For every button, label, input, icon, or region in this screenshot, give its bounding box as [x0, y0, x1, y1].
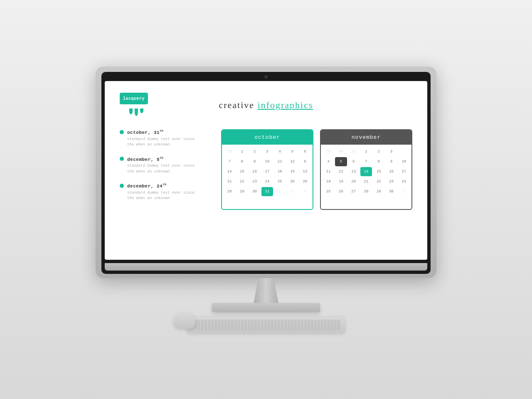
nov-cell[interactable]: 30	[335, 147, 347, 156]
nov-cell[interactable]: 19	[335, 177, 347, 186]
oct-cell[interactable]: 10	[261, 157, 273, 166]
oct-row-4: 21 22 23 24 25 26 20	[224, 177, 311, 186]
oct-cell[interactable]: 3	[261, 147, 273, 156]
scene: lacquery creative infographics	[0, 0, 532, 399]
oct-cell[interactable]: 6	[299, 147, 311, 156]
oct-cell[interactable]: 26	[286, 177, 298, 186]
logo-drips	[120, 108, 153, 116]
oct-cell-31[interactable]: 31	[261, 187, 273, 196]
oct-cell[interactable]: 14	[224, 167, 235, 176]
nov-cell[interactable]: 1	[398, 187, 410, 196]
oct-cell[interactable]: 5	[286, 147, 298, 156]
event-date-1: october, 31th	[127, 129, 164, 135]
oct-cell[interactable]: 19	[286, 167, 298, 176]
nov-cell[interactable]: 21	[360, 177, 372, 186]
nov-cell-14[interactable]: 14	[360, 167, 372, 176]
event-dot-row-3: december, 24th	[120, 183, 211, 189]
content-area: october, 31th standard dummy text ever s…	[120, 129, 412, 210]
oct-cell[interactable]: 22	[236, 177, 248, 186]
calendar-november-header: november	[321, 130, 411, 145]
oct-cell[interactable]: 8	[236, 157, 248, 166]
nov-cell[interactable]: 13	[348, 167, 360, 176]
oct-cell[interactable]: 11	[274, 157, 286, 166]
nov-cell[interactable]: 10	[398, 157, 410, 166]
nov-cell[interactable]: 29	[373, 187, 384, 196]
oct-cell[interactable]: 25	[274, 177, 286, 186]
oct-cell[interactable]: 3	[299, 187, 311, 196]
nov-cell[interactable]: 9	[385, 157, 397, 166]
oct-cell[interactable]: 16	[249, 167, 261, 176]
drip-3	[140, 108, 143, 113]
event-date-2: december, 5th	[127, 156, 164, 162]
nov-cell[interactable]: 3	[385, 147, 397, 156]
nov-cell[interactable]: 20	[348, 177, 360, 186]
event-desc-3: standard dummy text ever since the when …	[127, 190, 211, 202]
oct-cell[interactable]: 13	[299, 167, 311, 176]
nov-cell[interactable]: 18	[323, 177, 334, 186]
keyboard-keys	[191, 320, 341, 330]
nov-cell[interactable]: 11	[323, 167, 334, 176]
nov-cell[interactable]: 23	[385, 177, 397, 186]
nov-cell[interactable]: 22	[373, 177, 384, 186]
oct-cell[interactable]: 29	[236, 187, 248, 196]
oct-cell[interactable]: 7	[224, 157, 235, 166]
oct-cell[interactable]: 6	[299, 157, 311, 166]
nov-cell[interactable]: 30	[385, 187, 397, 196]
oct-cell[interactable]: 21	[224, 177, 235, 186]
event-dot-row-1: october, 31th	[120, 129, 211, 135]
nov-row-5: 25 26 27 28 29 30 1	[323, 187, 410, 196]
nov-cell[interactable]: 15	[373, 167, 384, 176]
logo-box: lacquery	[120, 93, 148, 104]
oct-cell[interactable]: 20	[299, 177, 311, 186]
oct-cell[interactable]: 24	[261, 177, 273, 186]
calendar-november-grid: 29 30 31 1 2 3 4 5	[321, 145, 411, 200]
nov-cell[interactable]: 12	[335, 167, 347, 176]
event-desc-2: standard dummy text ever since the when …	[127, 163, 211, 175]
camera	[264, 75, 268, 79]
oct-cell[interactable]: 1	[236, 147, 248, 156]
nov-cell[interactable]: 29	[323, 147, 334, 156]
oct-row-3: 14 15 16 17 18 19 13	[224, 167, 311, 176]
nov-cell[interactable]: 6	[348, 157, 360, 166]
oct-cell[interactable]: 28	[224, 187, 235, 196]
nov-cell[interactable]: 17	[398, 167, 410, 176]
calendars-area: october 30 1 2 3 4 5	[221, 129, 412, 210]
nov-cell[interactable]: 4	[323, 157, 334, 166]
nov-cell[interactable]: 24	[398, 177, 410, 186]
page-title: creative infographics	[153, 100, 412, 111]
oct-cell[interactable]: 15	[236, 167, 248, 176]
nov-row-1: 29 30 31 1 2 3	[323, 147, 410, 156]
oct-cell[interactable]: 12	[286, 157, 298, 166]
stand-base	[212, 303, 320, 312]
nov-cell[interactable]: 27	[348, 187, 360, 196]
oct-cell[interactable]: 30	[249, 187, 261, 196]
oct-row-5: 28 29 30 31 1 2 3	[224, 187, 311, 196]
nov-cell[interactable]: 8	[373, 157, 384, 166]
oct-cell[interactable]: 17	[261, 167, 273, 176]
nov-cell[interactable]: 25	[323, 187, 334, 196]
oct-cell[interactable]: 9	[249, 157, 261, 166]
oct-cell[interactable]: 23	[249, 177, 261, 186]
event-dot-3	[120, 184, 124, 188]
nov-cell[interactable]: 1	[360, 147, 372, 156]
nov-cell[interactable]: 31	[348, 147, 360, 156]
nov-cell[interactable]: 16	[385, 167, 397, 176]
monitor-bezel: lacquery creative infographics	[101, 72, 431, 274]
nov-row-3: 11 12 13 14 15 16 17	[323, 167, 410, 176]
oct-cell[interactable]: 2	[249, 147, 261, 156]
oct-cell[interactable]: 4	[274, 147, 286, 156]
event-item-3: december, 24th standard dummy text ever …	[120, 183, 211, 202]
oct-cell[interactable]: 18	[274, 167, 286, 176]
oct-row-1: 30 1 2 3 4 5 6	[224, 147, 311, 156]
calendar-october-header: october	[222, 130, 313, 145]
oct-cell[interactable]: 30	[224, 147, 235, 156]
nov-cell[interactable]: 28	[360, 187, 372, 196]
oct-cell[interactable]: 2	[286, 187, 298, 196]
nov-cell[interactable]: 2	[373, 147, 384, 156]
nov-cell[interactable]: 7	[360, 157, 372, 166]
nov-cell[interactable]: 26	[335, 187, 347, 196]
oct-cell[interactable]: 1	[274, 187, 286, 196]
event-desc-1: standard dummy text ever since the when …	[127, 137, 211, 148]
event-dot-1	[120, 130, 124, 134]
nov-cell-5[interactable]: 5	[335, 157, 347, 166]
